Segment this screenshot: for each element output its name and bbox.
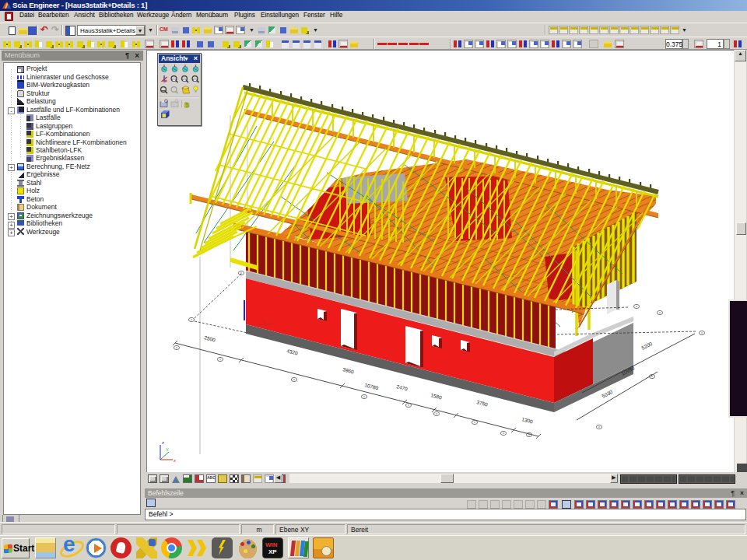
svg-text:z: z	[162, 440, 164, 445]
svg-text:3960: 3960	[342, 366, 355, 374]
svg-text:1300: 1300	[521, 416, 534, 424]
svg-text:2500: 2500	[204, 334, 216, 342]
svg-text:Y: Y	[166, 447, 169, 452]
svg-text:B: B	[184, 101, 190, 109]
svg-text:5200: 5200	[640, 341, 653, 351]
svg-text:x: x	[174, 458, 176, 463]
svg-text:4320: 4320	[286, 348, 299, 355]
svg-text:2470: 2470	[396, 383, 409, 391]
svg-text:10780: 10780	[364, 382, 380, 390]
svg-text:5030: 5030	[601, 389, 613, 399]
svg-text:3750: 3750	[476, 399, 489, 407]
svg-text:1580: 1580	[430, 392, 443, 400]
